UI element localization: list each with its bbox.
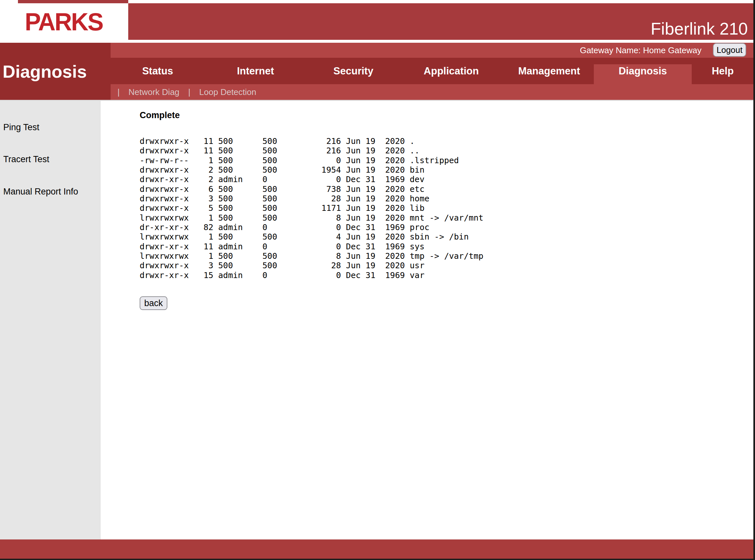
subnav-separator: | <box>188 87 190 97</box>
tab-security[interactable]: Security <box>304 58 402 84</box>
header-band: Fiberlink 210 <box>128 3 755 40</box>
tab-diagnosis[interactable]: Diagnosis <box>594 58 692 84</box>
back-button[interactable]: back <box>140 296 167 310</box>
subnav-item-loop-detection[interactable]: Loop Detection <box>199 87 257 97</box>
page-header-block: Diagnosis <box>0 43 110 100</box>
sidebar-item-ping-test[interactable]: Ping Test <box>3 122 40 132</box>
page-title: Diagnosis <box>3 61 87 82</box>
logo-box: PARKS <box>0 3 128 40</box>
tab-internet[interactable]: Internet <box>206 58 304 84</box>
window-right-edge <box>753 0 755 560</box>
subnav-item-network-diag[interactable]: Network Diag <box>128 87 180 97</box>
status-heading: Complete <box>140 110 180 120</box>
tab-help[interactable]: Help <box>692 58 754 84</box>
sidebar: Ping Test Tracert Test Manual Report Inf… <box>0 101 101 539</box>
product-name: Fiberlink 210 <box>651 20 755 40</box>
tab-status[interactable]: Status <box>109 58 206 84</box>
header-divider-line <box>0 100 755 101</box>
sub-nav-items: | Network Diag | Loop Detection <box>118 84 257 100</box>
top-edge-strip <box>18 0 128 3</box>
gateway-name-label: Gateway Name: Home Gateway <box>580 43 701 58</box>
subnav-separator: | <box>118 87 120 97</box>
tab-management[interactable]: Management <box>500 58 598 84</box>
logout-button[interactable]: Logout <box>713 43 746 57</box>
sidebar-item-manual-report-info[interactable]: Manual Report Info <box>3 187 78 197</box>
parks-logo: PARKS <box>25 7 103 36</box>
window-bottom-edge <box>0 559 755 560</box>
sidebar-item-tracert-test[interactable]: Tracert Test <box>3 154 49 164</box>
directory-listing-output: drwxrwxr-x 11 500 500 216 Jun 19 2020 . … <box>140 136 484 280</box>
footer-bar <box>0 539 755 559</box>
tab-application[interactable]: Application <box>402 58 500 84</box>
